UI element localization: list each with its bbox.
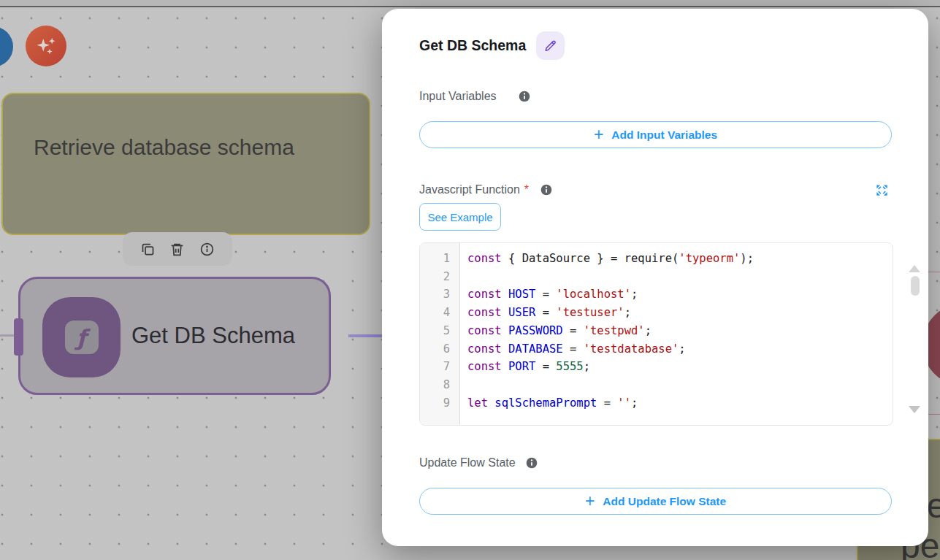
line-number: 4 — [420, 304, 450, 322]
code-gutter: 123456789 — [420, 243, 460, 425]
edit-title-button[interactable] — [536, 31, 565, 60]
node-label: Get DB Schema — [131, 279, 295, 393]
panel-title: Get DB Schema — [419, 37, 526, 54]
code-line[interactable]: const HOST = 'localhost'; — [467, 285, 893, 304]
expand-editor-button[interactable] — [875, 183, 890, 197]
code-line[interactable]: const USER = 'testuser'; — [467, 304, 893, 322]
node-retrieve-database-schema[interactable]: Retrieve database schema — [1, 93, 370, 235]
info-icon[interactable] — [540, 184, 552, 196]
function-glyph: ƒ — [65, 321, 99, 354]
code-line[interactable] — [467, 268, 893, 286]
plus-icon: + — [585, 494, 595, 508]
node-info-button[interactable] — [199, 241, 215, 257]
canvas-top-edge — [0, 0, 940, 7]
expand-icon — [875, 183, 890, 197]
code-editor[interactable]: 123456789 const { DataSource } = require… — [419, 242, 893, 426]
node-toolbar — [123, 232, 232, 266]
see-example-button[interactable]: See Example — [419, 203, 501, 231]
line-number: 1 — [420, 250, 450, 268]
delete-node-button[interactable] — [169, 241, 186, 257]
code-line[interactable]: const DATABASE = 'testdatabase'; — [467, 340, 893, 358]
line-number: 6 — [420, 340, 450, 358]
function-node-icon: ƒ — [42, 297, 121, 377]
scrollbar-thumb[interactable] — [911, 276, 920, 296]
scroll-down-arrow[interactable] — [909, 406, 920, 413]
flow-canvas[interactable]: Retrieve database schema — [0, 0, 940, 560]
blue-round-button[interactable] — [0, 26, 13, 67]
line-number: 7 — [420, 358, 450, 376]
info-icon[interactable] — [526, 457, 538, 469]
info-icon[interactable] — [519, 91, 530, 102]
required-asterisk: * — [524, 183, 529, 196]
line-number: 5 — [420, 322, 450, 340]
ai-assistant-button[interactable] — [26, 26, 66, 66]
pencil-icon — [544, 39, 557, 53]
plus-icon: + — [594, 127, 603, 142]
line-number: 8 — [420, 376, 450, 394]
scroll-up-arrow[interactable] — [909, 265, 920, 272]
node-get-db-schema[interactable]: ƒ Get DB Schema — [18, 277, 331, 395]
js-function-label: Javascript Function — [419, 183, 520, 196]
info-circle-icon — [199, 242, 215, 257]
line-number: 3 — [420, 285, 450, 304]
add-input-variables-button[interactable]: + Add Input Variables — [419, 121, 892, 148]
incoming-edge — [0, 334, 15, 337]
node-label: Retrieve database schema — [34, 129, 354, 166]
add-update-flow-state-button[interactable]: + Add Update Flow State — [419, 488, 892, 515]
trash-icon — [169, 242, 185, 257]
code-line[interactable]: const PORT = 5555; — [467, 358, 893, 376]
code-line[interactable]: let sqlSchemaPrompt = ''; — [467, 394, 893, 413]
node-config-panel: Get DB Schema Input Variables + Add Inpu… — [382, 9, 928, 546]
code-line[interactable]: const { DataSource } = require('typeorm'… — [467, 250, 893, 268]
sparkles-icon — [35, 35, 57, 57]
copy-node-button[interactable] — [140, 241, 156, 257]
line-number: 2 — [420, 268, 450, 286]
code-lines[interactable]: const { DataSource } = require('typeorm'… — [460, 243, 893, 425]
node-input-handle[interactable] — [14, 318, 23, 356]
input-variables-label: Input Variables — [419, 90, 497, 103]
code-line[interactable]: const PASSWORD = 'testpwd'; — [467, 322, 893, 340]
copy-icon — [140, 242, 156, 257]
code-line[interactable] — [467, 376, 893, 394]
outgoing-edge — [348, 334, 383, 337]
update-flow-state-label: Update Flow State — [419, 456, 516, 469]
line-number: 9 — [420, 394, 450, 413]
